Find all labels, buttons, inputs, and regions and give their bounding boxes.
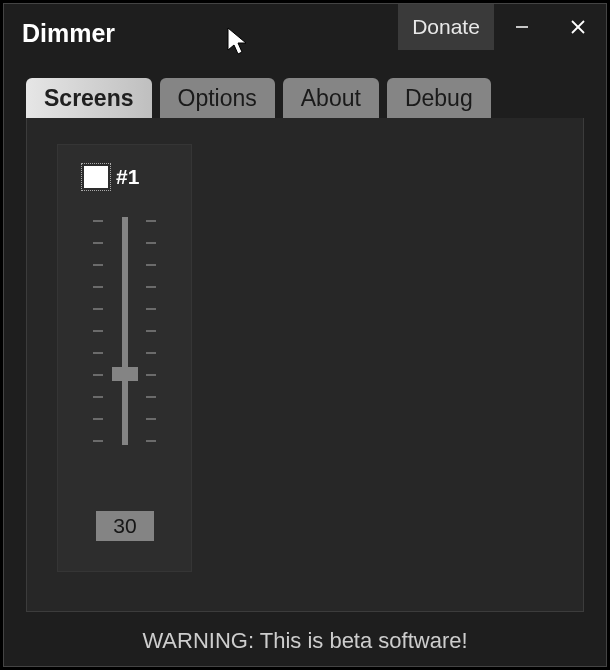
app-title: Dimmer — [22, 19, 115, 48]
tab-screens[interactable]: Screens — [26, 78, 152, 118]
brightness-slider[interactable] — [58, 217, 191, 457]
slider-ticks-right — [146, 220, 156, 442]
screen-toggle-row: #1 — [84, 165, 139, 189]
screen-label: #1 — [116, 165, 139, 189]
slider-track[interactable] — [122, 217, 128, 445]
titlebar: Dimmer Donate — [4, 4, 606, 62]
minimize-icon — [514, 19, 530, 35]
brightness-value-input[interactable]: 30 — [96, 511, 154, 541]
footer-warning: WARNING: This is beta software! — [4, 628, 606, 654]
screen-enable-checkbox[interactable] — [84, 166, 108, 188]
slider-thumb[interactable] — [112, 367, 138, 381]
donate-button[interactable]: Donate — [398, 4, 494, 50]
tab-bar: Screens Options About Debug — [4, 78, 606, 118]
tab-options[interactable]: Options — [160, 78, 275, 118]
close-button[interactable] — [550, 4, 606, 50]
close-icon — [569, 18, 587, 36]
app-window: Dimmer Donate Screens Options About Debu… — [3, 3, 607, 667]
tab-about[interactable]: About — [283, 78, 379, 118]
minimize-button[interactable] — [494, 4, 550, 50]
screen-control-panel: #1 30 — [57, 144, 192, 572]
tab-debug[interactable]: Debug — [387, 78, 491, 118]
tab-content: #1 30 — [26, 118, 584, 612]
slider-ticks-left — [93, 220, 103, 442]
